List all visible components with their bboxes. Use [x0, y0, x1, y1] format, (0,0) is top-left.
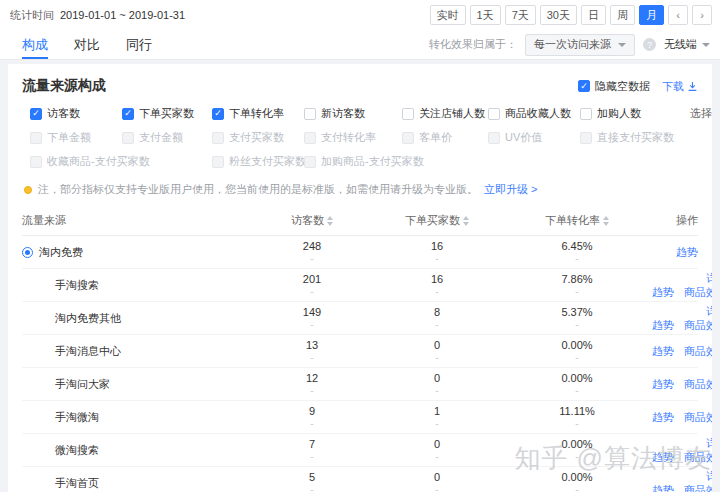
range-button[interactable]: 1天 — [470, 5, 501, 25]
action-link[interactable]: 趋势 — [652, 451, 674, 464]
table-row: 手淘微淘 9- 1- 11.11%- 趋势商品效果 — [22, 401, 698, 434]
metric-label: 直接支付买家数 — [597, 130, 674, 145]
rate-cell: 0.00%- — [502, 339, 652, 363]
buyers-cell: 0- — [372, 471, 502, 492]
metric-checkbox[interactable]: ✓ 新访客数 — [304, 106, 402, 121]
rate-cell: 0.00%- — [502, 372, 652, 396]
buyers-cell: 0- — [372, 372, 502, 396]
column-header-source[interactable]: 流量来源 — [22, 213, 252, 228]
action-link[interactable]: 趋势 — [652, 286, 674, 299]
action-link[interactable]: 详情 — [706, 437, 712, 450]
checkbox-icon: ✓ — [122, 108, 134, 120]
rate-cell: 0.00%- — [502, 438, 652, 462]
buyers-cell: 16- — [372, 240, 502, 264]
action-link[interactable]: 商品效果 — [684, 451, 712, 464]
visitors-cell: 9- — [252, 405, 372, 429]
action-link[interactable]: 商品效果 — [684, 286, 712, 299]
metric-label: 商品收藏人数 — [505, 106, 571, 121]
action-link[interactable]: 商品效果 — [684, 484, 712, 492]
range-button[interactable]: 实时 — [430, 5, 466, 25]
column-header-visitors[interactable]: 访客数 — [252, 213, 372, 229]
action-link[interactable]: 详情 — [706, 305, 712, 318]
metric-checkbox[interactable]: ✓ 客单价 — [402, 130, 488, 145]
action-link[interactable]: 趋势 — [652, 411, 674, 424]
tab[interactable]: 构成 — [22, 30, 48, 59]
metric-checkbox[interactable]: ✓ 收藏商品-支付买家数 — [30, 154, 212, 169]
action-link[interactable]: 商品效果 — [684, 319, 712, 332]
metric-label: 下单买家数 — [139, 106, 194, 121]
attribution-select[interactable]: 每一次访问来源 — [525, 34, 635, 56]
action-link[interactable]: 趋势 — [652, 319, 674, 332]
terminal-select[interactable]: 无线端 — [664, 37, 710, 52]
source-name-cell: 淘内免费 — [22, 245, 252, 260]
terminal-value: 无线端 — [664, 37, 697, 52]
metric-checkbox[interactable]: ✓ 商品收藏人数 — [488, 106, 580, 121]
visitors-cell: 201- — [252, 273, 372, 297]
stat-time-label: 统计时间 — [10, 8, 54, 23]
metric-checkbox[interactable]: ✓ 访客数 — [30, 106, 122, 121]
metric-checkbox[interactable]: ✓ 支付金额 — [122, 130, 212, 145]
tab[interactable]: 对比 — [74, 30, 100, 59]
sort-icon[interactable] — [327, 213, 333, 229]
column-header-rate[interactable]: 下单转化率 — [502, 213, 652, 229]
metric-checkbox[interactable]: ✓ 下单金额 — [30, 130, 122, 145]
metric-checkbox[interactable]: ✓ 下单买家数 — [122, 106, 212, 121]
action-link[interactable]: 趋势 — [652, 378, 674, 391]
metric-checkbox[interactable]: ✓ 关注店铺人数 — [402, 106, 488, 121]
source-name-cell: 手淘消息中心 — [22, 344, 252, 359]
chevron-right-icon: › — [700, 9, 704, 21]
range-button[interactable]: 周 — [610, 5, 635, 25]
checkbox-icon: ✓ — [212, 156, 224, 168]
action-link[interactable]: 商品效果 — [684, 411, 712, 424]
action-link[interactable]: 趋势 — [652, 345, 674, 358]
sort-icon[interactable] — [603, 213, 609, 229]
prev-period-button[interactable]: ‹ — [668, 5, 688, 25]
range-button[interactable]: 7天 — [505, 5, 536, 25]
stat-time-range[interactable]: 2019-01-01 ~ 2019-01-31 — [60, 9, 185, 21]
download-icon — [687, 81, 698, 92]
column-header-buyers[interactable]: 下单买家数 — [372, 213, 502, 229]
metric-checkbox[interactable]: ✓ 直接支付买家数 — [580, 130, 690, 145]
action-line: 趋势商品效果 — [652, 451, 712, 464]
range-button[interactable]: 30天 — [540, 5, 577, 25]
action-link[interactable]: 商品效果 — [684, 378, 712, 391]
source-name-cell: 手淘问大家 — [22, 377, 252, 392]
upgrade-link[interactable]: 立即升级 > — [484, 182, 537, 197]
buyers-cell: 8- — [372, 306, 502, 330]
info-icon[interactable]: ? — [643, 38, 656, 51]
range-button[interactable]: 日 — [581, 5, 606, 25]
metric-label: 加购人数 — [597, 106, 641, 121]
checkbox-icon: ✓ — [402, 108, 414, 120]
buyers-cell: 0- — [372, 339, 502, 363]
metric-checkbox[interactable]: ✓ 下单转化率 — [212, 106, 304, 121]
page-body: 流量来源构成 ✓ 隐藏空数据 下载 选择 3/5重置 ✓ 访客数 ✓ 下单买家数… — [0, 60, 720, 492]
source-name: 淘内免费 — [39, 245, 83, 260]
next-period-button[interactable]: › — [692, 5, 712, 25]
download-button[interactable]: 下载 — [662, 79, 698, 94]
tab[interactable]: 同行 — [126, 30, 152, 59]
action-link[interactable]: 详情 — [706, 272, 712, 285]
column-header-actions: 操作 — [652, 213, 698, 228]
table-body: 淘内免费 248- 16- 6.45%- 趋势 手淘搜索 201- 16- 7.… — [22, 236, 698, 492]
hide-empty-checkbox[interactable]: ✓ 隐藏空数据 — [578, 79, 650, 94]
action-line: 详情 — [706, 272, 712, 285]
action-link[interactable]: 趋势 — [652, 484, 674, 492]
metric-checkbox[interactable]: ✓ 支付转化率 — [304, 130, 402, 145]
action-link[interactable]: 趋势 — [676, 246, 698, 259]
traffic-source-card: 流量来源构成 ✓ 隐藏空数据 下载 选择 3/5重置 ✓ 访客数 ✓ 下单买家数… — [8, 64, 712, 492]
metric-checkbox[interactable]: ✓ 粉丝支付买家数 — [212, 154, 304, 169]
topbar: 统计时间 2019-01-01 ~ 2019-01-31 实时1天7天30天日周… — [0, 0, 720, 30]
metric-checkbox[interactable]: ✓ UV价值 — [488, 130, 580, 145]
metric-checkbox[interactable]: ✓ 支付买家数 — [212, 130, 304, 145]
source-name: 手淘首页 — [55, 476, 99, 491]
metric-checkbox[interactable]: ✓ 加购商品-支付买家数 — [304, 154, 488, 169]
action-link[interactable]: 详情 — [706, 470, 712, 483]
rate-cell: 7.86%- — [502, 273, 652, 297]
select-count: 选择 3/5 — [690, 107, 712, 119]
checkbox-icon: ✓ — [580, 108, 592, 120]
action-link[interactable]: 商品效果 — [684, 345, 712, 358]
metric-checkbox[interactable]: ✓ 加购人数 — [580, 106, 690, 121]
sort-icon[interactable] — [463, 213, 469, 229]
checkbox-icon: ✓ — [580, 132, 592, 144]
range-button[interactable]: 月 — [639, 5, 664, 25]
